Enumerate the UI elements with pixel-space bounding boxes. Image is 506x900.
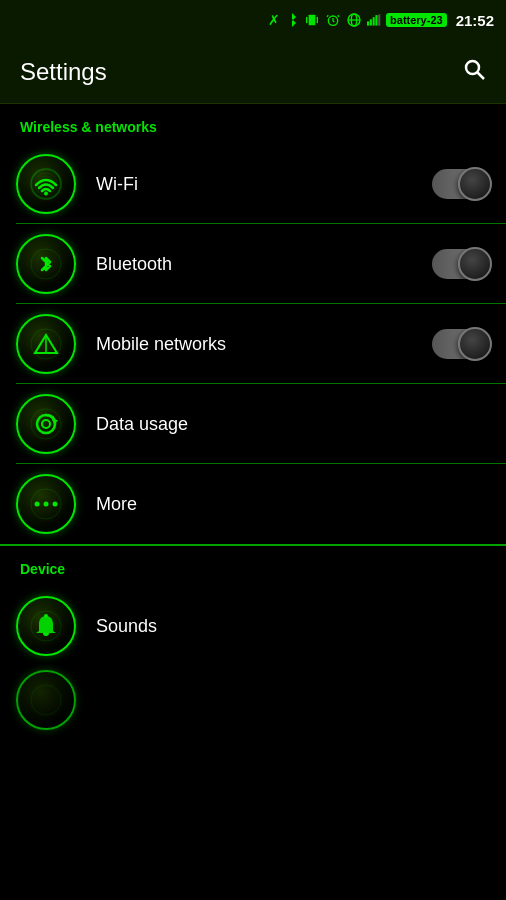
- mobile-networks-toggle-knob: [458, 327, 492, 361]
- status-time: 21:52: [456, 12, 494, 29]
- svg-point-29: [44, 502, 49, 507]
- svg-rect-7: [367, 21, 369, 25]
- mobile-networks-item[interactable]: Mobile networks: [0, 304, 506, 384]
- bluetooth-status-icon: ✗: [268, 12, 280, 28]
- more-item[interactable]: More: [0, 464, 506, 544]
- bluetooth-item[interactable]: Bluetooth: [0, 224, 506, 304]
- data-usage-icon: [16, 394, 76, 454]
- svg-rect-9: [373, 17, 375, 25]
- svg-rect-2: [317, 17, 318, 24]
- svg-rect-10: [375, 15, 377, 26]
- svg-point-30: [53, 502, 58, 507]
- wifi-icon: [16, 154, 76, 214]
- svg-point-33: [31, 685, 61, 715]
- sounds-icon: [16, 596, 76, 656]
- wifi-toggle[interactable]: [432, 169, 490, 199]
- svg-point-32: [44, 614, 48, 618]
- bluetooth-status-icon: [285, 12, 299, 28]
- mobile-networks-toggle[interactable]: [432, 329, 490, 359]
- svg-rect-1: [306, 17, 307, 24]
- search-icon: [462, 57, 486, 81]
- bluetooth-icon: [16, 234, 76, 294]
- page-title: Settings: [20, 58, 107, 86]
- wireless-section-header: Wireless & networks: [0, 104, 506, 144]
- wifi-label: Wi-Fi: [96, 174, 432, 195]
- data-usage-label: Data usage: [96, 414, 490, 435]
- status-bar: ✗ battery-23: [0, 0, 506, 40]
- alarm-icon: [325, 12, 341, 28]
- battery-badge: battery-23: [386, 13, 447, 27]
- globe-signal-icon: [346, 12, 362, 28]
- sounds-label: Sounds: [96, 616, 490, 637]
- svg-rect-8: [370, 19, 372, 25]
- vibrate-icon: [304, 12, 320, 28]
- svg-point-28: [35, 502, 40, 507]
- mobile-networks-icon: [16, 314, 76, 374]
- signal-icon: [367, 13, 381, 27]
- svg-rect-11: [378, 14, 380, 25]
- wifi-toggle-knob: [458, 167, 492, 201]
- bluetooth-toggle-knob: [458, 247, 492, 281]
- data-usage-item[interactable]: Data usage: [0, 384, 506, 464]
- wifi-item[interactable]: Wi-Fi: [0, 144, 506, 224]
- wireless-section-title: Wireless & networks: [20, 119, 157, 135]
- svg-point-12: [466, 61, 479, 74]
- partial-item: [0, 666, 506, 738]
- search-button[interactable]: [462, 57, 486, 87]
- more-icon: [16, 474, 76, 534]
- sounds-item[interactable]: Sounds: [0, 586, 506, 666]
- svg-point-25: [42, 420, 50, 428]
- device-section-title: Device: [20, 561, 65, 577]
- partial-icon: [16, 670, 76, 730]
- bluetooth-toggle[interactable]: [432, 249, 490, 279]
- mobile-networks-label: Mobile networks: [96, 334, 432, 355]
- svg-point-23: [31, 409, 61, 439]
- svg-marker-26: [52, 420, 58, 424]
- app-header: Settings: [0, 40, 506, 104]
- wireless-settings-list: Wi-Fi Bluetooth Mobile netw: [0, 144, 506, 544]
- device-section-header: Device: [0, 546, 506, 586]
- svg-line-13: [478, 72, 485, 79]
- section-divider: [0, 544, 506, 546]
- more-label: More: [96, 494, 490, 515]
- device-settings-list: Sounds: [0, 586, 506, 666]
- status-icons: ✗ battery-23: [268, 12, 494, 29]
- bluetooth-label: Bluetooth: [96, 254, 432, 275]
- svg-rect-0: [309, 15, 316, 26]
